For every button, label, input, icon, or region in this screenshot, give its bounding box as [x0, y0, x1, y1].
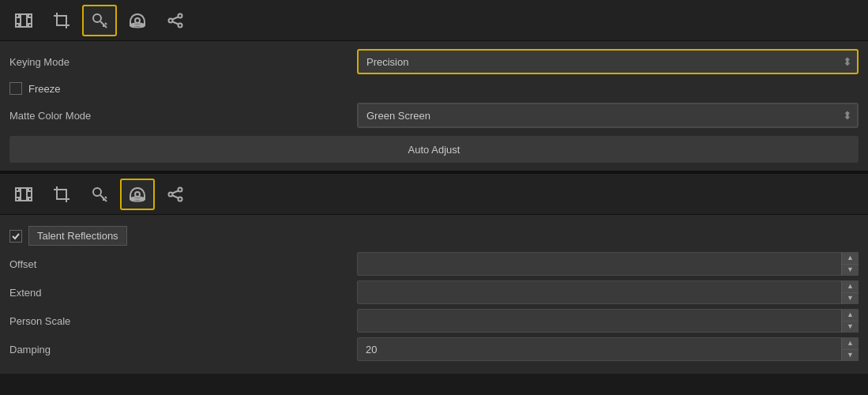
- person-scale-spinner-arrows: ▲ ▼: [841, 309, 859, 333]
- svg-rect-22: [28, 198, 32, 201]
- svg-point-13: [178, 13, 182, 17]
- person-scale-up-button[interactable]: ▲: [842, 309, 859, 322]
- crop-button-2[interactable]: [44, 179, 79, 210]
- damping-spinner-arrows: ▲ ▼: [841, 337, 859, 361]
- person-scale-down-button[interactable]: ▼: [842, 322, 859, 333]
- film-button-2[interactable]: [6, 179, 41, 210]
- matte-color-select[interactable]: Green Screen Blue Screen Custom: [357, 103, 859, 128]
- svg-rect-2: [28, 14, 32, 17]
- person-scale-control: ▲ ▼: [357, 309, 859, 333]
- person-scale-label: Person Scale: [9, 315, 357, 327]
- svg-point-12: [135, 18, 140, 23]
- extend-control: ▲ ▼: [357, 280, 859, 304]
- damping-up-button[interactable]: ▲: [842, 337, 859, 350]
- panel-1-body: Keying Mode Precision Standard Advanced …: [0, 41, 868, 171]
- offset-spinner-arrows: ▲ ▼: [841, 252, 859, 276]
- svg-line-35: [173, 195, 178, 198]
- helmet-button-1[interactable]: [120, 5, 155, 36]
- svg-rect-1: [16, 14, 19, 17]
- extend-label: Extend: [9, 287, 357, 299]
- talent-reflections-checkbox[interactable]: [9, 230, 22, 243]
- svg-rect-20: [28, 188, 32, 191]
- auto-adjust-button[interactable]: Auto Adjust: [9, 136, 859, 163]
- svg-line-10: [105, 23, 107, 24]
- svg-point-33: [178, 197, 182, 201]
- talent-reflections-label: Talent Reflections: [37, 230, 118, 242]
- svg-point-25: [93, 188, 101, 196]
- offset-up-button[interactable]: ▲: [842, 252, 859, 265]
- helmet-button-2[interactable]: [120, 179, 155, 210]
- keying-mode-control: Precision Standard Advanced ⬍: [357, 49, 859, 74]
- matte-color-row: Matte Color Mode Green Screen Blue Scree…: [9, 103, 859, 128]
- talent-reflections-section: Talent Reflections: [28, 226, 127, 246]
- damping-down-button[interactable]: ▼: [842, 350, 859, 362]
- svg-line-16: [173, 17, 178, 19]
- toolbar-2: [0, 174, 868, 215]
- share-button-1[interactable]: [158, 5, 193, 36]
- key-button-1[interactable]: [82, 5, 117, 36]
- talent-reflections-header: Talent Reflections: [9, 226, 859, 246]
- svg-line-17: [173, 21, 178, 24]
- extend-spinner-arrows: ▲ ▼: [841, 280, 859, 304]
- svg-point-15: [178, 23, 182, 27]
- svg-point-14: [169, 18, 173, 22]
- matte-color-control: Green Screen Blue Screen Custom ⬍: [357, 103, 859, 128]
- person-scale-input[interactable]: [357, 309, 859, 333]
- offset-input[interactable]: [357, 252, 859, 276]
- key-button-2[interactable]: [82, 179, 117, 210]
- panel-2: Talent Reflections Offset ▲ ▼ Extend ▲ ▼: [0, 174, 868, 374]
- share-button-2[interactable]: [158, 179, 193, 210]
- person-scale-row: Person Scale ▲ ▼: [9, 309, 859, 333]
- svg-point-7: [93, 14, 101, 22]
- damping-row: Damping ▲ ▼: [9, 337, 859, 361]
- keying-mode-select[interactable]: Precision Standard Advanced: [357, 49, 859, 74]
- extend-up-button[interactable]: ▲: [842, 280, 859, 293]
- keying-mode-row: Keying Mode Precision Standard Advanced …: [9, 49, 859, 74]
- svg-line-28: [105, 197, 107, 198]
- matte-color-label: Matte Color Mode: [9, 110, 357, 122]
- toolbar-1: [0, 0, 868, 41]
- extend-row: Extend ▲ ▼: [9, 280, 859, 304]
- extend-input[interactable]: [357, 280, 859, 304]
- svg-point-32: [169, 192, 173, 196]
- svg-rect-21: [16, 198, 19, 201]
- offset-label: Offset: [9, 258, 357, 270]
- svg-rect-3: [16, 24, 19, 27]
- svg-point-30: [135, 192, 140, 197]
- offset-down-button[interactable]: ▼: [842, 265, 859, 276]
- panel-2-body: Talent Reflections Offset ▲ ▼ Extend ▲ ▼: [0, 215, 868, 374]
- freeze-label: Freeze: [28, 83, 60, 95]
- keying-mode-label: Keying Mode: [9, 56, 357, 68]
- svg-point-31: [178, 187, 182, 191]
- offset-control: ▲ ▼: [357, 252, 859, 276]
- damping-input[interactable]: [357, 337, 859, 361]
- svg-rect-4: [28, 24, 32, 27]
- extend-down-button[interactable]: ▼: [842, 293, 859, 305]
- freeze-row: Freeze: [9, 82, 859, 95]
- damping-label: Damping: [9, 344, 357, 356]
- crop-button-1[interactable]: [44, 5, 79, 36]
- panel-1: Keying Mode Precision Standard Advanced …: [0, 0, 868, 172]
- svg-line-34: [173, 190, 178, 193]
- film-button-1[interactable]: [6, 5, 41, 36]
- offset-row: Offset ▲ ▼: [9, 252, 859, 276]
- svg-rect-19: [16, 188, 19, 191]
- damping-control: ▲ ▼: [357, 337, 859, 361]
- freeze-checkbox[interactable]: [9, 82, 22, 95]
